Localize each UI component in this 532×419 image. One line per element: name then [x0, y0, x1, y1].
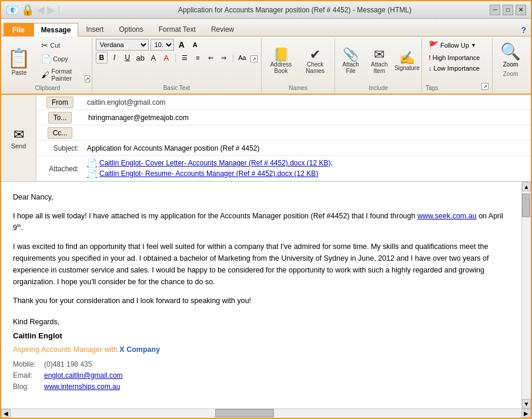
- tab-format-text[interactable]: Format Text: [151, 22, 203, 36]
- check-names-button[interactable]: ✔ Check Names: [299, 45, 331, 78]
- cc-button[interactable]: Cc...: [48, 127, 73, 139]
- cc-input[interactable]: [87, 128, 527, 138]
- vertical-scrollbar: ▲ ▼: [521, 182, 531, 408]
- clipboard-group: 📋 Paste ✂ Cut 📄 Copy 🖌 Format Pai: [4, 38, 92, 92]
- email-body-wrapper: Dear Nancy, I hope all is well today! I …: [1, 182, 531, 408]
- horizontal-scrollbar: ◀ ▶: [1, 408, 531, 418]
- numbering-button[interactable]: ≡: [192, 52, 203, 64]
- company-link[interactable]: X Company: [119, 345, 160, 354]
- bold-button[interactable]: B: [96, 52, 108, 64]
- attachment-2[interactable]: 📄 Caitlin Englot- Resume- Accounts Manag…: [87, 169, 527, 178]
- message-header: ✉Send From caitlin.englot@gmail.com To..…: [1, 95, 531, 182]
- tags-expand[interactable]: ↗: [481, 83, 488, 90]
- names-group: 📒 Address Book ✔ Check Names Names: [262, 38, 335, 92]
- to-input[interactable]: [87, 112, 527, 123]
- subject-input[interactable]: [83, 143, 531, 154]
- scroll-right-button[interactable]: ▶: [521, 409, 531, 418]
- decrease-indent-button[interactable]: ⇐: [205, 52, 216, 64]
- cut-button[interactable]: ✂ Cut: [38, 39, 82, 52]
- paragraph-2: I was excited to find an opportunity tha…: [13, 241, 510, 288]
- closing: Kind Regards,: [13, 316, 510, 328]
- sig-blog-link[interactable]: www.internships.com.au: [44, 383, 120, 391]
- grow-font-button[interactable]: A: [176, 39, 188, 51]
- styles-button[interactable]: Aa: [236, 52, 248, 64]
- close-button[interactable]: ✕: [516, 5, 526, 15]
- font-color-button[interactable]: A: [160, 52, 172, 64]
- window-title: Application for Accounts Manager positio…: [100, 6, 490, 14]
- scroll-up-button[interactable]: ▲: [522, 182, 531, 191]
- high-importance-button[interactable]: ! High Importance: [426, 53, 488, 62]
- address-book-button[interactable]: 📒 Address Book: [265, 45, 297, 78]
- attach-file-label: Attach File: [341, 61, 360, 74]
- scroll-down-button[interactable]: ▼: [522, 399, 531, 408]
- strikethrough-button[interactable]: ab: [135, 52, 146, 64]
- ribbon: 📋 Paste ✂ Cut 📄 Copy 🖌 Format Pai: [1, 36, 531, 95]
- clipboard-expand[interactable]: ↗: [85, 75, 90, 82]
- maximize-button[interactable]: □: [503, 5, 513, 15]
- tab-file[interactable]: File: [4, 23, 34, 36]
- scroll-track: [522, 191, 531, 399]
- underline-button[interactable]: U: [122, 52, 133, 64]
- tags-group: 🚩 Follow Up ▼ ! High Importance ↓ Low Im…: [422, 38, 493, 92]
- bullets-button[interactable]: ☰: [179, 52, 190, 64]
- clipboard-secondary: ✂ Cut 📄 Copy 🖌 Format Painter: [38, 39, 82, 84]
- scroll-thumb[interactable]: [522, 194, 530, 217]
- format-painter-button[interactable]: 🖌 Format Painter: [38, 66, 82, 84]
- attachment-1[interactable]: 📄 Caitlin Englot- Cover Letter- Accounts…: [87, 158, 527, 168]
- tab-review[interactable]: Review: [203, 22, 242, 36]
- sig-email-link[interactable]: englot.caitlin@gmail.com: [44, 371, 123, 380]
- attach-file-button[interactable]: 📎 Attach File: [338, 45, 363, 78]
- font-select[interactable]: Verdana: [96, 39, 149, 51]
- outlook-window: 📧 🔒 ◀ ▶ | Application for Accounts Manag…: [0, 0, 532, 419]
- follow-up-label: Follow Up: [440, 42, 469, 49]
- sig-name: Caitlin Englot: [13, 331, 62, 340]
- increase-indent-button[interactable]: ⇒: [218, 52, 229, 64]
- high-importance-icon: !: [429, 54, 431, 61]
- attachment-1-name: Caitlin Englot- Cover Letter- Accounts M…: [99, 159, 333, 167]
- highlight-button[interactable]: A: [148, 52, 159, 64]
- sig-mobile-label: Mobile:: [13, 359, 39, 370]
- h-scroll-track: [11, 409, 521, 418]
- attachment-2-name: Caitlin Englot- Resume- Accounts Manager…: [99, 169, 318, 178]
- zoom-group: 🔍 Zoom Zoom: [493, 38, 528, 92]
- low-importance-icon: ↓: [429, 65, 432, 72]
- signature-button[interactable]: ✍ Signature: [395, 45, 419, 78]
- tab-message[interactable]: Message: [34, 23, 79, 36]
- follow-up-button[interactable]: 🚩 Follow Up ▼: [426, 39, 488, 52]
- sig-blog-label: Blog:: [13, 381, 39, 393]
- from-button[interactable]: From: [46, 97, 73, 108]
- help-button[interactable]: ?: [518, 24, 528, 36]
- h-scroll-thumb[interactable]: [215, 409, 274, 417]
- email-body[interactable]: Dear Nancy, I hope all is well today! I …: [1, 182, 521, 408]
- copy-icon: 📄: [41, 54, 51, 64]
- sig-title: Aspiring Accounts Manager with X Company: [13, 345, 160, 354]
- sig-blog-val: www.internships.com.au: [44, 381, 120, 393]
- window-controls: ─ □ ✕: [490, 5, 526, 15]
- subject-label: Subject:: [36, 144, 83, 152]
- zoom-button[interactable]: 🔍 Zoom: [497, 39, 524, 71]
- from-value: caitlin.englot@gmail.com: [83, 97, 531, 108]
- sig-email-label: Email:: [13, 370, 39, 381]
- follow-up-dropdown-icon: ▼: [471, 42, 476, 48]
- tab-options[interactable]: Options: [111, 22, 150, 36]
- low-importance-button[interactable]: ↓ Low Importance: [426, 64, 488, 73]
- attached-files: 📄 Caitlin Englot- Cover Letter- Accounts…: [83, 158, 531, 178]
- copy-button[interactable]: 📄 Copy: [38, 52, 82, 65]
- italic-button[interactable]: I: [109, 52, 121, 64]
- to-button[interactable]: To...: [48, 112, 72, 124]
- low-importance-label: Low Importance: [434, 65, 480, 72]
- tab-insert[interactable]: Insert: [78, 22, 111, 36]
- high-importance-label: High Importance: [433, 54, 480, 61]
- minimize-button[interactable]: ─: [490, 5, 500, 15]
- zoom-group-label: Zoom: [503, 71, 518, 77]
- font-size-select[interactable]: 10.5: [150, 39, 174, 51]
- paste-button[interactable]: 📋 Paste: [5, 44, 33, 79]
- shrink-font-button[interactable]: A: [189, 39, 201, 51]
- scroll-left-button[interactable]: ◀: [1, 409, 11, 418]
- basic-text-expand[interactable]: ↗: [250, 55, 257, 62]
- send-column[interactable]: ✉Send: [1, 95, 36, 181]
- seek-link[interactable]: www.seek.com.au: [417, 212, 477, 220]
- attach-item-button[interactable]: ✉ Attach Item: [366, 45, 393, 78]
- subject-row: Subject:: [36, 141, 531, 156]
- sig-email-val: englot.caitlin@gmail.com: [44, 370, 123, 381]
